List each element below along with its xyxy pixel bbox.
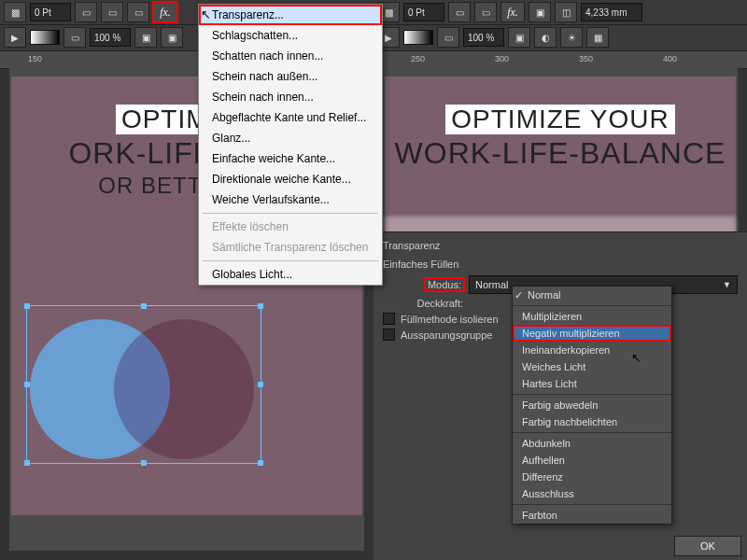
auss-label: Aussparungsgruppe <box>401 329 492 341</box>
menu-item[interactable]: Schein nach außen... <box>199 66 382 87</box>
tool-icon[interactable]: ▣ <box>161 27 183 48</box>
tool-icon[interactable]: ▶ <box>4 27 26 48</box>
menu-item[interactable]: Glanz... <box>199 128 382 148</box>
panel-title: Transparenz <box>383 240 738 251</box>
toolbar-right: ▩ 0 Pt ▭ ▭ fx. ▣ ◫ 4,233 mm ▶ ▭ 100 % ▣ … <box>374 0 747 50</box>
blend-mode-item[interactable]: Normal <box>513 287 671 303</box>
blend-mode-item[interactable]: Abdunkeln <box>513 435 671 452</box>
stroke-weight-field[interactable]: 0 Pt <box>30 3 71 21</box>
tool-icon[interactable]: ▭ <box>63 27 86 48</box>
ruler-right: 250 300 350 400 <box>374 50 747 69</box>
menu-item-disabled: Sämtliche Transparenz löschen <box>199 237 382 258</box>
blend-mode-item[interactable]: Hartes Licht <box>513 375 671 392</box>
crop-icon[interactable]: ◫ <box>555 2 577 22</box>
cursor-icon: ↖ <box>631 351 641 365</box>
menu-item[interactable]: Weiche Verlaufskante... <box>199 189 382 210</box>
stroke-weight-field[interactable]: 0 Pt <box>403 3 444 21</box>
gradient-swatch[interactable] <box>403 30 433 45</box>
tool-icon[interactable]: ☀ <box>560 27 583 48</box>
menu-item[interactable]: Schlagschatten... <box>199 25 382 46</box>
artwork-text: OPTIMIZE YOUR WORK-LIFE-BALANCE <box>385 105 736 171</box>
blend-mode-item[interactable]: Differenz <box>513 469 671 485</box>
tool-icon[interactable]: ▣ <box>134 27 157 48</box>
tool-icon[interactable]: ▭ <box>127 2 149 22</box>
menu-item[interactable]: Abgeflachte Kante und Relief... <box>199 107 382 128</box>
fx-button[interactable]: fx. <box>500 2 525 22</box>
blend-mode-item[interactable]: Multiplizieren <box>513 308 671 325</box>
tool-icon[interactable]: ▭ <box>474 2 497 22</box>
ok-button[interactable]: OK <box>674 536 741 556</box>
fx-button[interactable]: fx. <box>153 2 177 22</box>
tool-icon[interactable]: ◐ <box>534 27 557 48</box>
blend-mode-item[interactable]: Farbig nachbelichten <box>513 413 671 430</box>
deckkraft-label: Deckkraft: <box>383 298 463 309</box>
blend-mode-item[interactable]: Weiches Licht <box>513 358 671 375</box>
tool-icon[interactable]: ▭ <box>448 2 471 22</box>
tool-icon[interactable]: ▭ <box>437 27 459 48</box>
blend-mode-item[interactable]: Ausschluss <box>513 485 671 502</box>
blend-mode-item[interactable]: Farbton <box>513 507 671 524</box>
measure-field[interactable]: 4,233 mm <box>581 3 642 21</box>
menu-item[interactable]: Einfache weiche Kante... <box>199 148 382 169</box>
fill-label: Füllmethode isolieren <box>401 314 499 325</box>
blend-mode-item[interactable]: Farbig abwedeln <box>513 397 671 413</box>
opacity-field[interactable]: 100 % <box>463 28 504 47</box>
checkbox-auss[interactable] <box>383 329 395 341</box>
selection-box[interactable] <box>26 305 261 464</box>
modus-label: Modus: <box>426 279 463 290</box>
menu-item-global-light[interactable]: Globales Licht... <box>199 264 382 285</box>
fx-menu: ↖ Transparenz... Schlagschatten... Schat… <box>198 4 383 286</box>
opacity-field[interactable]: 100 % <box>90 28 131 47</box>
menu-item-transparenz[interactable]: ↖ Transparenz... <box>199 5 382 25</box>
tool-icon[interactable]: ▦ <box>586 27 609 48</box>
tool-icon[interactable]: ▣ <box>529 2 551 22</box>
blend-mode-item[interactable]: Ineinanderkopieren <box>513 342 671 358</box>
menu-item[interactable]: Schatten nach innen... <box>199 46 382 66</box>
cursor-icon: ↖ <box>201 7 211 21</box>
tool-icon[interactable]: ▣ <box>508 27 530 48</box>
menu-item[interactable]: Schein nach innen... <box>199 87 382 107</box>
chevron-down-icon: ▼ <box>723 280 731 289</box>
panel-section: Einfaches Füllen <box>383 259 738 270</box>
blend-mode-item[interactable]: Aufhellen <box>513 452 671 469</box>
tool-icon[interactable]: ▭ <box>75 2 97 22</box>
gradient-swatch[interactable] <box>30 30 60 45</box>
tool-icon[interactable]: ▩ <box>4 2 26 22</box>
menu-item[interactable]: Direktionale weiche Kante... <box>199 169 382 189</box>
menu-item-disabled: Effekte löschen <box>199 217 382 237</box>
blend-mode-list: NormalMultiplizierenNegativ multiplizier… <box>512 286 672 525</box>
tool-icon[interactable]: ▭ <box>101 2 123 22</box>
checkbox-fill[interactable] <box>383 313 395 325</box>
blend-mode-item[interactable]: Negativ multiplizieren <box>513 325 671 342</box>
